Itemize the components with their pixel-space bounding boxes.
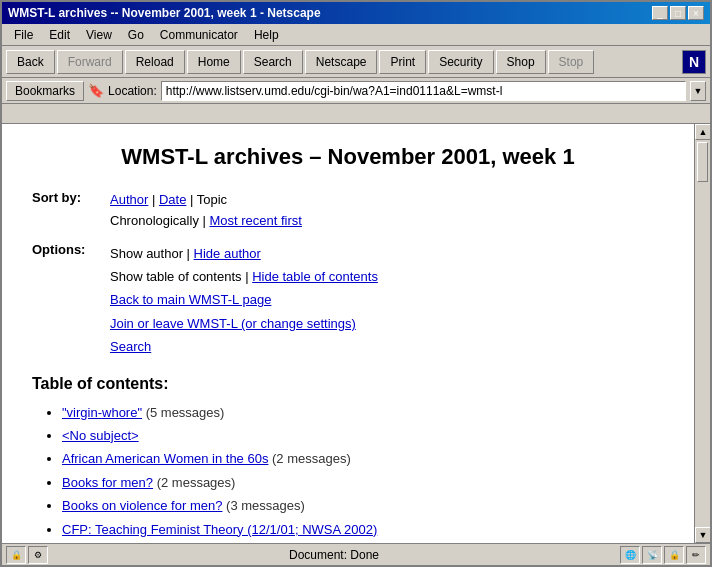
list-item: <No subject> xyxy=(62,424,664,447)
sort-section: Sort by: Author | Date | Topic Chronolog… xyxy=(32,190,664,232)
personal-toolbar xyxy=(2,104,710,124)
status-icon-2: ⚙ xyxy=(28,546,48,564)
hide-author-link[interactable]: Hide author xyxy=(194,246,261,261)
url-input[interactable] xyxy=(161,81,686,101)
window-title: WMST-L archives -- November 2001, week 1… xyxy=(8,6,321,20)
status-right-4[interactable]: ✏ xyxy=(686,546,706,564)
sort-author-link[interactable]: Author xyxy=(110,192,148,207)
search-button[interactable]: Search xyxy=(243,50,303,74)
sort-links: Author | Date | Topic Chronologically | … xyxy=(110,190,302,232)
menu-file[interactable]: File xyxy=(6,26,41,44)
maximize-button[interactable]: □ xyxy=(670,6,686,20)
list-item: Books on violence for men? (3 messages) xyxy=(62,494,664,517)
location-go-button[interactable]: ▼ xyxy=(690,81,706,101)
sort-label: Sort by: xyxy=(32,190,102,232)
scroll-up-button[interactable]: ▲ xyxy=(695,124,710,140)
status-icons: 🔒 ⚙ xyxy=(6,546,48,564)
toc-extra-2: (2 messages) xyxy=(268,451,350,466)
options-section: Options: Show author | Hide author Show … xyxy=(32,242,664,359)
options-label: Options: xyxy=(32,242,102,359)
scroll-thumb[interactable] xyxy=(697,142,708,182)
show-toc-text: Show table of contents | xyxy=(110,269,252,284)
menu-view[interactable]: View xyxy=(78,26,120,44)
scroll-space xyxy=(695,184,710,527)
toc-link-3[interactable]: Books for men? xyxy=(62,475,153,490)
main-content: WMST-L archives – November 2001, week 1 … xyxy=(2,124,694,543)
security-button[interactable]: Security xyxy=(428,50,493,74)
menu-communicator[interactable]: Communicator xyxy=(152,26,246,44)
sort-chronological-text: Chronologically | xyxy=(110,213,209,228)
status-bar: 🔒 ⚙ Document: Done 🌐 📡 🔒 ✏ xyxy=(2,543,710,565)
menu-bar: File Edit View Go Communicator Help xyxy=(2,24,710,46)
join-leave-link[interactable]: Join or leave WMST-L (or change settings… xyxy=(110,316,356,331)
status-icon-1: 🔒 xyxy=(6,546,26,564)
stop-button[interactable]: Stop xyxy=(548,50,595,74)
status-right-3[interactable]: 🔒 xyxy=(664,546,684,564)
status-right-icons: 🌐 📡 🔒 ✏ xyxy=(620,546,706,564)
reload-button[interactable]: Reload xyxy=(125,50,185,74)
bookmark-icon: 🔖 xyxy=(88,83,104,99)
list-item: Books for men? (2 messages) xyxy=(62,471,664,494)
content-wrapper: WMST-L archives – November 2001, week 1 … xyxy=(2,124,710,543)
bookmarks-button[interactable]: Bookmarks xyxy=(6,81,84,101)
hide-toc-link[interactable]: Hide table of contents xyxy=(252,269,378,284)
toc-section: Table of contents: "virgin-whore" (5 mes… xyxy=(32,375,664,543)
window-controls: _ □ × xyxy=(652,6,704,20)
status-right-2[interactable]: 📡 xyxy=(642,546,662,564)
status-text: Document: Done xyxy=(52,548,616,562)
menu-go[interactable]: Go xyxy=(120,26,152,44)
toolbar: Back Forward Reload Home Search Netscape… xyxy=(2,46,710,78)
toc-link-4[interactable]: Books on violence for men? xyxy=(62,498,222,513)
list-item: CFP: Teaching Feminist Theory (12/1/01; … xyxy=(62,518,664,541)
back-to-main-link[interactable]: Back to main WMST-L page xyxy=(110,292,271,307)
toc-extra-0: (5 messages) xyxy=(142,405,224,420)
forward-button[interactable]: Forward xyxy=(57,50,123,74)
print-button[interactable]: Print xyxy=(379,50,426,74)
home-button[interactable]: Home xyxy=(187,50,241,74)
status-right-1[interactable]: 🌐 xyxy=(620,546,640,564)
toc-link-0[interactable]: "virgin-whore" xyxy=(62,405,142,420)
page-title: WMST-L archives – November 2001, week 1 xyxy=(32,144,664,170)
close-button[interactable]: × xyxy=(688,6,704,20)
menu-help[interactable]: Help xyxy=(246,26,287,44)
minimize-button[interactable]: _ xyxy=(652,6,668,20)
netscape-button[interactable]: Netscape xyxy=(305,50,378,74)
list-item: "virgin-whore" (5 messages) xyxy=(62,401,664,424)
scrollbar: ▲ ▼ xyxy=(694,124,710,543)
scroll-down-button[interactable]: ▼ xyxy=(695,527,710,543)
toc-extra-4: (3 messages) xyxy=(222,498,304,513)
toc-heading: Table of contents: xyxy=(32,375,664,393)
back-button[interactable]: Back xyxy=(6,50,55,74)
toc-list: "virgin-whore" (5 messages) <No subject>… xyxy=(32,401,664,543)
search-link[interactable]: Search xyxy=(110,339,151,354)
netscape-logo: N xyxy=(682,50,706,74)
options-links: Show author | Hide author Show table of … xyxy=(110,242,378,359)
toc-link-1[interactable]: <No subject> xyxy=(62,428,139,443)
toc-link-2[interactable]: African American Women in the 60s xyxy=(62,451,268,466)
location-label: Location: xyxy=(108,84,157,98)
sort-date-link[interactable]: Date xyxy=(159,192,186,207)
show-author-text: Show author | xyxy=(110,246,194,261)
title-bar: WMST-L archives -- November 2001, week 1… xyxy=(2,2,710,24)
menu-edit[interactable]: Edit xyxy=(41,26,78,44)
shop-button[interactable]: Shop xyxy=(496,50,546,74)
toc-link-5[interactable]: CFP: Teaching Feminist Theory (12/1/01; … xyxy=(62,522,377,537)
list-item: African American Women in the 60s (2 mes… xyxy=(62,447,664,470)
sort-most-recent-link[interactable]: Most recent first xyxy=(209,213,301,228)
location-bar: Bookmarks 🔖 Location: ▼ xyxy=(2,78,710,104)
toc-extra-3: (2 messages) xyxy=(153,475,235,490)
